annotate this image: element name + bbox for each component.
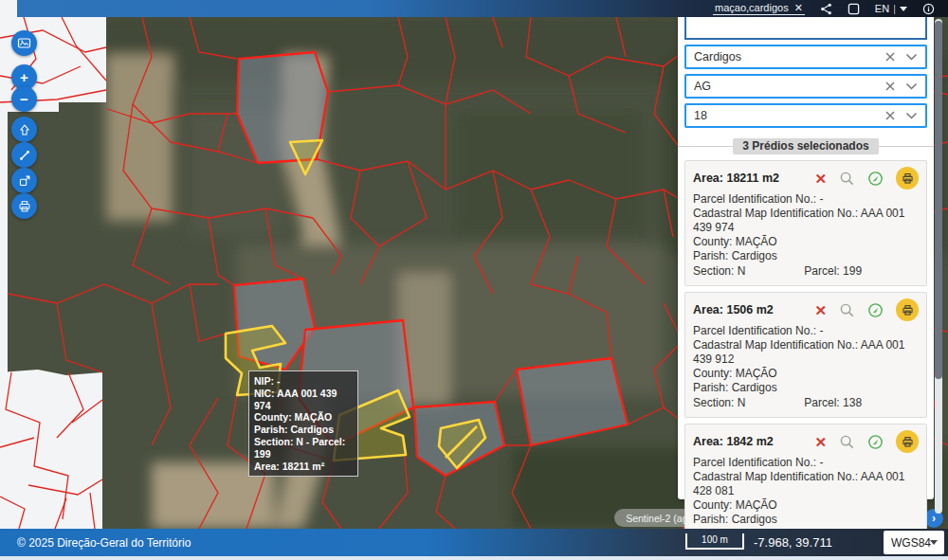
basemap-image-icon bbox=[17, 36, 31, 50]
cadastral-id-line: Cadastral Map Identification No.: AAA 00… bbox=[693, 470, 919, 498]
locate-icon[interactable] bbox=[867, 171, 884, 187]
sidebar-scrollbar-thumb[interactable] bbox=[935, 21, 942, 379]
tooltip-county: County: MAÇÃO bbox=[254, 411, 353, 424]
parcel-id-line: Parcel Identification No.: - bbox=[693, 324, 919, 338]
clear-field-icon[interactable] bbox=[884, 51, 896, 63]
caret-down-icon bbox=[900, 7, 907, 11]
tooltip-area: Area: 18211 m² bbox=[254, 461, 353, 473]
share-icon[interactable] bbox=[820, 3, 832, 15]
tooltip-parish: Parish: Cardigos bbox=[254, 424, 353, 436]
chevron-down-icon[interactable] bbox=[905, 112, 918, 119]
pan-up-button[interactable] bbox=[11, 117, 37, 142]
window-icon[interactable] bbox=[848, 3, 860, 15]
county-line: County: MAÇÃO bbox=[693, 498, 919, 513]
parcel-id-line: Parcel Identification No.: - bbox=[693, 192, 919, 207]
parcel-number-field-value[interactable]: 18 bbox=[694, 109, 884, 122]
section-field-value[interactable]: AG bbox=[694, 80, 884, 93]
parcel-value: Parcel: 138 bbox=[804, 396, 862, 410]
search-input[interactable]: maçao,cardigos bbox=[715, 2, 789, 13]
tooltip-nip: NIP: - bbox=[254, 375, 353, 388]
parish-field-value[interactable]: Cardigos bbox=[694, 50, 884, 63]
expand-button[interactable] bbox=[11, 168, 37, 193]
chevron-down-icon[interactable] bbox=[905, 53, 918, 61]
minus-icon: − bbox=[20, 91, 28, 107]
parcel-id-line: Parcel Identification No.: - bbox=[693, 456, 919, 470]
zoom-to-icon[interactable] bbox=[839, 171, 855, 187]
remove-icon[interactable]: ✕ bbox=[814, 172, 827, 186]
scale-bar: 100 m bbox=[685, 533, 744, 550]
zoom-to-icon[interactable] bbox=[839, 302, 855, 318]
parish-line: Parish: Cardigos bbox=[693, 513, 919, 527]
printer-icon bbox=[18, 200, 31, 213]
zoom-out-button[interactable]: − bbox=[11, 86, 37, 112]
chevron-down-icon bbox=[930, 540, 938, 545]
cadastral-id-line: Cadastral Map Identification No.: AAA 00… bbox=[693, 338, 919, 367]
copyright-text: © 2025 Direção-Geral do Território bbox=[17, 536, 191, 550]
section-value: Section: N bbox=[693, 264, 745, 279]
remove-icon[interactable]: ✕ bbox=[814, 435, 827, 449]
section-value: Section: N bbox=[693, 396, 745, 410]
basemap-button[interactable] bbox=[11, 30, 37, 56]
cadastral-id-line: Cadastral Map Identification No.: AAA 00… bbox=[693, 207, 919, 235]
clear-field-icon[interactable] bbox=[884, 81, 896, 92]
info-icon[interactable] bbox=[922, 3, 935, 15]
parcel-number-field[interactable]: 18 bbox=[684, 103, 927, 128]
measure-line-icon bbox=[18, 149, 31, 162]
parish-field[interactable]: Cardigos bbox=[684, 45, 927, 69]
remove-icon[interactable]: ✕ bbox=[814, 303, 827, 317]
parcel-tooltip: NIP: - NIC: AAA 001 439 974 County: MAÇÃ… bbox=[248, 370, 358, 477]
header-search[interactable]: maçao,cardigos ✕ bbox=[713, 2, 805, 15]
arrow-up-icon bbox=[18, 123, 31, 136]
top-header-bar: maçao,cardigos ✕ EN | bbox=[17, 0, 948, 17]
cursor-coordinates: -7.968, 39.711 bbox=[754, 529, 832, 556]
chevron-down-icon[interactable] bbox=[905, 82, 918, 90]
parcel-card: Area: 18211 m2 ✕ Parcel Identification N… bbox=[684, 160, 927, 286]
measure-button[interactable] bbox=[11, 142, 37, 168]
parcel-card: Area: 1506 m2 ✕ Parcel Identification No… bbox=[684, 292, 927, 418]
parcel-area: Area: 1842 m2 bbox=[693, 435, 814, 448]
zoom-to-icon[interactable] bbox=[839, 434, 855, 450]
parish-line: Parish: Cardigos bbox=[693, 381, 919, 395]
sidebar-scrollbar[interactable] bbox=[935, 19, 942, 514]
section-field[interactable]: AG bbox=[684, 74, 927, 99]
county-line: County: MAÇÃO bbox=[693, 367, 919, 381]
parcel-area: Area: 18211 m2 bbox=[693, 172, 814, 185]
county-line: County: MAÇÃO bbox=[693, 235, 919, 249]
locate-icon[interactable] bbox=[867, 302, 884, 318]
parish-line: Parish: Cardigos bbox=[693, 249, 919, 263]
clear-field-icon[interactable] bbox=[884, 110, 896, 121]
language-select[interactable]: EN | bbox=[875, 3, 907, 14]
window-bottom-strip bbox=[0, 556, 948, 560]
locate-icon[interactable] bbox=[867, 434, 884, 450]
parcel-value: Parcel: 199 bbox=[804, 264, 862, 279]
expand-icon bbox=[18, 174, 31, 188]
county-field-partial[interactable] bbox=[684, 17, 927, 40]
print-button[interactable] bbox=[896, 430, 919, 453]
print-button[interactable] bbox=[896, 298, 919, 321]
status-bar: © 2025 Direção-Geral do Território 100 m… bbox=[0, 529, 948, 556]
crs-value: WGS84 bbox=[891, 536, 931, 550]
print-icon bbox=[902, 172, 914, 185]
print-icon bbox=[902, 304, 914, 316]
crs-select[interactable]: WGS84 bbox=[884, 531, 944, 554]
search-clear-icon[interactable]: ✕ bbox=[794, 3, 803, 13]
plus-icon: + bbox=[20, 69, 28, 85]
print-button[interactable] bbox=[896, 167, 919, 190]
parcel-sidebar-panel: Cardigos AG 18 3 Prédios selecionados Ar… bbox=[678, 17, 934, 499]
print-icon bbox=[902, 436, 914, 448]
header-corner-spacer bbox=[0, 0, 17, 17]
parcel-area: Area: 1506 m2 bbox=[693, 303, 814, 316]
selection-count-badge: 3 Prédios selecionados bbox=[733, 138, 878, 154]
print-map-button[interactable] bbox=[11, 193, 37, 219]
tooltip-section-parcel: Section: N - Parcel: 199 bbox=[254, 436, 353, 461]
tooltip-nic: NIC: AAA 001 439 974 bbox=[254, 388, 353, 412]
